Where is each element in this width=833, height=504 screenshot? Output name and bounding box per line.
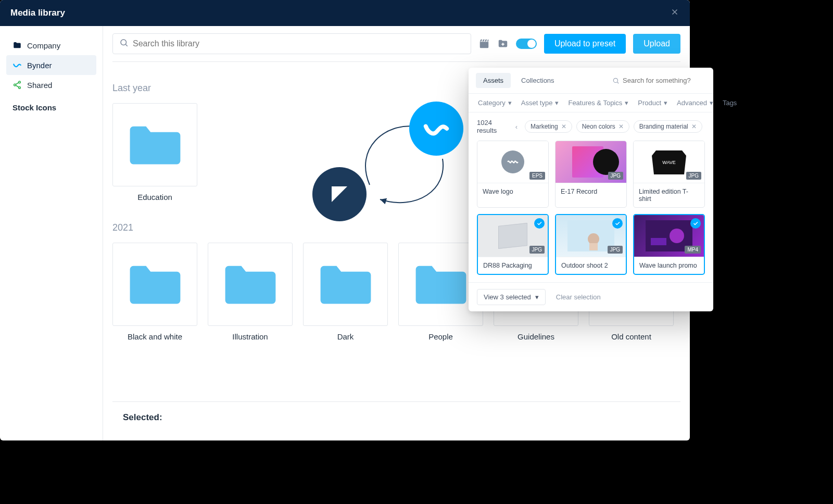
- sidebar-item-shared[interactable]: Shared: [6, 75, 96, 95]
- asset-card[interactable]: MP4 Wave launch promo: [633, 214, 705, 275]
- upload-to-preset-button[interactable]: Upload to preset: [544, 34, 626, 54]
- tab-assets[interactable]: Assets: [476, 73, 511, 88]
- asset-title: Wave launch promo: [634, 257, 704, 274]
- asset-card[interactable]: JPG DR88 Packaging: [477, 214, 549, 275]
- clear-selection-button[interactable]: Clear selection: [556, 293, 601, 301]
- asset-card[interactable]: JPG Outdoor shoot 2: [555, 214, 627, 275]
- bynder-icon: [12, 60, 22, 70]
- search-input[interactable]: [133, 39, 464, 48]
- sidebar-item-label: Shared: [27, 81, 52, 90]
- filter-asset-type[interactable]: Asset type▾: [521, 99, 559, 107]
- asset-card[interactable]: EPS Wave logo: [477, 141, 549, 208]
- selected-label: Selected:: [123, 412, 162, 422]
- folder-name: Guidelines: [494, 332, 578, 341]
- chevron-left-icon[interactable]: ‹: [513, 123, 520, 131]
- selected-check-icon: [612, 218, 623, 229]
- remove-chip-icon[interactable]: ✕: [619, 123, 624, 130]
- view-selected-button[interactable]: View 3 selected ▾: [477, 289, 546, 305]
- format-badge: JPG: [608, 246, 623, 254]
- results-count: 1024 results: [477, 119, 508, 134]
- filter-chip[interactable]: Neon colors✕: [576, 120, 629, 133]
- svg-text:WAVE: WAVE: [662, 160, 676, 165]
- asset-card[interactable]: WAVE JPG Limited edition T-shirt: [633, 141, 705, 208]
- folder-icon: [127, 121, 184, 168]
- asset-picker-panel: Assets Collections Category▾ Asset type▾…: [469, 68, 713, 311]
- selected-check-icon: [690, 218, 701, 229]
- sidebar-item-bynder[interactable]: Bynder: [6, 55, 96, 75]
- asset-thumbnail: MP4: [634, 215, 704, 257]
- asset-title: Limited edition T-shirt: [634, 183, 704, 207]
- asset-thumbnail: JPG: [556, 215, 626, 257]
- asset-thumbnail: EPS: [477, 141, 548, 183]
- toolbar: Upload to preset Upload: [112, 33, 680, 62]
- chevron-down-icon: ▾: [555, 99, 559, 107]
- chevron-down-icon: ▾: [535, 293, 539, 301]
- folder-name: Dark: [303, 332, 388, 341]
- chevron-down-icon: ▾: [664, 99, 667, 107]
- titlebar: Media library: [0, 0, 690, 26]
- chevron-down-icon: ▾: [625, 99, 628, 107]
- format-badge: JPG: [608, 172, 623, 180]
- sidebar-item-label: Company: [27, 41, 60, 50]
- folder-name: Illustration: [208, 332, 293, 341]
- svg-point-5: [613, 78, 617, 82]
- filter-chip[interactable]: Branding material✕: [634, 120, 702, 133]
- remove-chip-icon[interactable]: ✕: [561, 123, 566, 130]
- svg-rect-9: [589, 243, 598, 250]
- view-toggle[interactable]: [516, 39, 537, 49]
- overlay-search-input[interactable]: [623, 77, 701, 84]
- asset-thumbnail: JPG: [556, 141, 626, 183]
- sidebar-item-company[interactable]: Company: [6, 35, 96, 55]
- folder-card[interactable]: Education: [112, 103, 197, 201]
- asset-title: DR88 Packaging: [478, 257, 548, 274]
- asset-title: Outdoor shoot 2: [556, 257, 626, 274]
- format-badge: JPG: [686, 172, 701, 180]
- format-badge: EPS: [529, 172, 545, 180]
- folder-icon: [127, 261, 184, 308]
- folder-card[interactable]: Black and white: [112, 243, 197, 341]
- selected-bar: Selected:: [112, 401, 680, 433]
- asset-thumbnail: WAVE JPG: [634, 141, 704, 183]
- folder-icon: [222, 261, 279, 308]
- format-badge: JPG: [529, 246, 545, 254]
- sidebar-heading-stock-icons[interactable]: Stock Icons: [6, 95, 96, 112]
- library-search[interactable]: [112, 33, 471, 54]
- search-icon: [119, 38, 129, 49]
- filter-product[interactable]: Product▾: [638, 99, 667, 107]
- search-icon: [612, 77, 620, 84]
- window-title: Media library: [10, 8, 65, 18]
- new-folder-icon[interactable]: [497, 38, 509, 49]
- filter-tags[interactable]: Tags: [723, 99, 737, 107]
- folder-card[interactable]: Illustration: [208, 243, 293, 341]
- share-icon: [12, 80, 22, 90]
- folder-name: People: [398, 332, 483, 341]
- folder-solid-icon: [12, 41, 22, 50]
- asset-card[interactable]: JPG E-17 Record: [555, 141, 627, 208]
- filter-advanced[interactable]: Advanced▾: [677, 99, 713, 107]
- selected-check-icon: [534, 218, 545, 229]
- filter-chip[interactable]: Marketing✕: [525, 120, 572, 133]
- upload-button[interactable]: Upload: [633, 34, 680, 54]
- clapperboard-icon[interactable]: [478, 38, 490, 49]
- folder-name: Black and white: [112, 332, 197, 341]
- asset-title: E-17 Record: [556, 183, 626, 200]
- folder-icon: [317, 261, 374, 308]
- asset-thumbnail: JPG: [478, 215, 548, 257]
- sidebar-item-label: Bynder: [27, 61, 52, 70]
- filter-features[interactable]: Features & Topics▾: [568, 99, 628, 107]
- folder-name: Old content: [589, 332, 674, 341]
- svg-point-11: [670, 229, 684, 243]
- svg-point-8: [588, 233, 599, 245]
- asset-title: Wave logo: [477, 183, 548, 200]
- folder-name: Education: [112, 193, 197, 201]
- svg-rect-12: [651, 238, 666, 245]
- tab-collections[interactable]: Collections: [514, 73, 562, 88]
- chevron-down-icon: ▾: [710, 99, 713, 107]
- format-badge: MP4: [685, 246, 701, 254]
- chevron-down-icon: ▾: [508, 99, 512, 107]
- close-icon[interactable]: [670, 6, 679, 20]
- filter-category[interactable]: Category▾: [478, 99, 512, 107]
- folder-card[interactable]: Dark: [303, 243, 388, 341]
- overlay-search[interactable]: [607, 73, 706, 87]
- remove-chip-icon[interactable]: ✕: [691, 123, 697, 130]
